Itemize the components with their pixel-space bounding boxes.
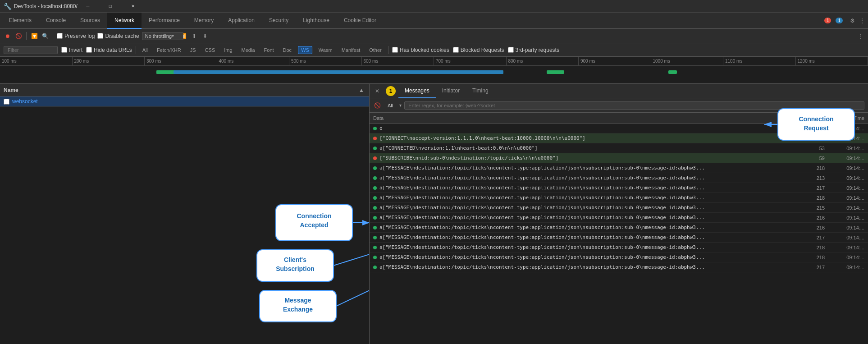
filter-media[interactable]: Media: [239, 46, 258, 54]
tab-application[interactable]: Application: [221, 13, 262, 29]
record-button[interactable]: ⏺: [4, 32, 12, 40]
data-table[interactable]: Data Le... Time o 1 09:14:... ["CONNECT\…: [370, 113, 868, 344]
table-row[interactable]: ["SUBSCRIBE\nnid:sub-0\ndestination:/top…: [370, 153, 868, 163]
tab-console[interactable]: Console: [39, 13, 73, 29]
clear-messages-button[interactable]: 🚫: [373, 101, 381, 110]
table-row[interactable]: a["MESSAGE\ndestination:/topic/ticks\nco…: [370, 213, 868, 223]
more-filters-button[interactable]: ⋮: [856, 32, 864, 40]
table-row[interactable]: a["MESSAGE\ndestination:/topic/ticks\nco…: [370, 203, 868, 213]
tick-1000ms: 1000 ms: [651, 57, 724, 65]
tab-messages[interactable]: Messages: [398, 84, 436, 98]
left-panel-header: Name ▲: [0, 84, 369, 96]
third-party-checkbox[interactable]: [508, 47, 514, 53]
tick-700ms: 700 ms: [434, 57, 507, 65]
tab-network[interactable]: Network: [107, 13, 142, 29]
filter-fetch-xhr[interactable]: Fetch/XHR: [154, 46, 184, 54]
table-row[interactable]: a["MESSAGE\ndestination:/topic/ticks\nco…: [370, 183, 868, 193]
hide-data-urls-checkbox[interactable]: [86, 47, 92, 53]
row-len: 53: [806, 146, 828, 151]
tab-lighthouse[interactable]: Lighthouse: [296, 13, 337, 29]
table-row[interactable]: a["MESSAGE\ndestination:/topic/ticks\nco…: [370, 193, 868, 203]
row-indicator: [373, 256, 377, 259]
preserve-log-checkbox[interactable]: [57, 33, 63, 39]
tab-performance[interactable]: Performance: [142, 13, 187, 29]
filter-manifest[interactable]: Manifest: [339, 46, 363, 54]
third-party-label[interactable]: 3rd-party requests: [508, 47, 559, 53]
row-len: 216: [806, 225, 828, 230]
messages-toolbar: 🚫 All ▾: [370, 98, 868, 113]
table-row[interactable]: ["CONNECT\naccept-version:1.1,1.0\nheart…: [370, 133, 868, 143]
row-len: 216: [806, 215, 828, 220]
filter-button[interactable]: 🔽: [30, 32, 38, 40]
table-row[interactable]: a["MESSAGE\ndestination:/topic/ticks\nco…: [370, 243, 868, 252]
tab-security[interactable]: Security: [262, 13, 296, 29]
filter-ws[interactable]: WS: [298, 46, 312, 54]
disable-cache-label[interactable]: Disable cache: [97, 33, 139, 39]
blocked-cookies-checkbox[interactable]: [392, 47, 398, 53]
tab-sources[interactable]: Sources: [73, 13, 107, 29]
download-button[interactable]: ⬇: [201, 32, 209, 40]
filter-js[interactable]: JS: [187, 46, 199, 54]
data-col-header: Data: [373, 115, 806, 121]
tab-cookie-editor[interactable]: Cookie Editor: [337, 13, 384, 29]
upload-button[interactable]: ⬆: [190, 32, 198, 40]
table-row[interactable]: a["MESSAGE\ndestination:/topic/ticks\nco…: [370, 233, 868, 243]
tab-memory[interactable]: Memory: [187, 13, 221, 29]
table-row[interactable]: a["CONNECTED\nversion:1.1\nheart-beat:0,…: [370, 143, 868, 153]
blocked-cookies-label[interactable]: Has blocked cookies: [392, 47, 449, 53]
svg-rect-0: [276, 205, 352, 241]
filter-wasm[interactable]: Wasm: [316, 46, 335, 54]
maximize-button[interactable]: □: [100, 0, 121, 13]
tab-elements[interactable]: Elements: [2, 13, 39, 29]
blocked-requests-checkbox[interactable]: [453, 47, 459, 53]
message-search-input[interactable]: [404, 101, 864, 110]
filter-input[interactable]: [4, 46, 58, 54]
filter-img[interactable]: Img: [221, 46, 235, 54]
row-data: a["MESSAGE\ndestination:/topic/ticks\nco…: [379, 195, 806, 201]
timeline[interactable]: 100 ms 200 ms 300 ms 400 ms 500 ms 600 m…: [0, 57, 868, 84]
table-row[interactable]: a["MESSAGE\ndestination:/topic/ticks\nco…: [370, 163, 868, 173]
devtools-icon: 🔧: [4, 3, 11, 10]
table-row[interactable]: a["MESSAGE\ndestination:/topic/ticks\nco…: [370, 252, 868, 262]
row-indicator: [373, 186, 377, 190]
table-row[interactable]: a["MESSAGE\ndestination:/topic/ticks\nco…: [370, 223, 868, 233]
invert-checkbox[interactable]: [61, 47, 67, 53]
close-button[interactable]: ✕: [123, 0, 143, 13]
table-row[interactable]: a["MESSAGE\ndestination:/topic/ticks\nco…: [370, 262, 868, 272]
list-item[interactable]: websocket: [0, 96, 369, 107]
row-indicator: [373, 166, 377, 170]
filter-other[interactable]: Other: [366, 46, 384, 54]
close-detail-button[interactable]: ✕: [373, 87, 381, 95]
tab-timing[interactable]: Timing: [466, 84, 495, 98]
all-messages-button[interactable]: All: [384, 102, 397, 109]
tick-1100ms: 1100 ms: [723, 57, 796, 65]
table-row[interactable]: a["MESSAGE\ndestination:/topic/ticks\nco…: [370, 173, 868, 183]
tab-initiator[interactable]: Initiator: [436, 84, 466, 98]
filter-font[interactable]: Font: [261, 46, 277, 54]
minimize-button[interactable]: ─: [78, 0, 98, 13]
row-len: 59: [806, 156, 828, 161]
invert-label[interactable]: Invert: [61, 47, 82, 53]
throttling-select[interactable]: No throttling: [142, 32, 183, 40]
disable-cache-checkbox[interactable]: [97, 33, 103, 39]
collapse-panel-button[interactable]: ▲: [357, 86, 365, 94]
throttling-select-wrap: No throttling ▾: [142, 32, 177, 40]
settings-button[interactable]: ⚙: [848, 17, 856, 25]
row-len: 69: [806, 136, 828, 141]
hide-data-urls-label[interactable]: Hide data URLs: [86, 47, 132, 53]
filter-all[interactable]: All: [140, 46, 151, 54]
preserve-log-label[interactable]: Preserve log: [57, 33, 95, 39]
filter-dropdown-button[interactable]: ▾: [399, 103, 402, 108]
table-row[interactable]: o 1 09:14:...: [370, 124, 868, 133]
blocked-requests-label[interactable]: Blocked Requests: [453, 47, 504, 53]
search-button[interactable]: 🔍: [41, 32, 49, 40]
filter-css[interactable]: CSS: [202, 46, 218, 54]
row-data: a["MESSAGE\ndestination:/topic/ticks\nco…: [379, 225, 806, 230]
filter-doc[interactable]: Doc: [280, 46, 295, 54]
more-button[interactable]: ⋮: [858, 17, 866, 25]
row-checkbox[interactable]: [4, 99, 9, 105]
row-data: a["MESSAGE\ndestination:/topic/ticks\nco…: [379, 175, 806, 181]
name-column-header: Name: [4, 87, 18, 93]
clear-button[interactable]: 🚫: [14, 32, 23, 40]
tick-400ms: 400 ms: [217, 57, 290, 65]
